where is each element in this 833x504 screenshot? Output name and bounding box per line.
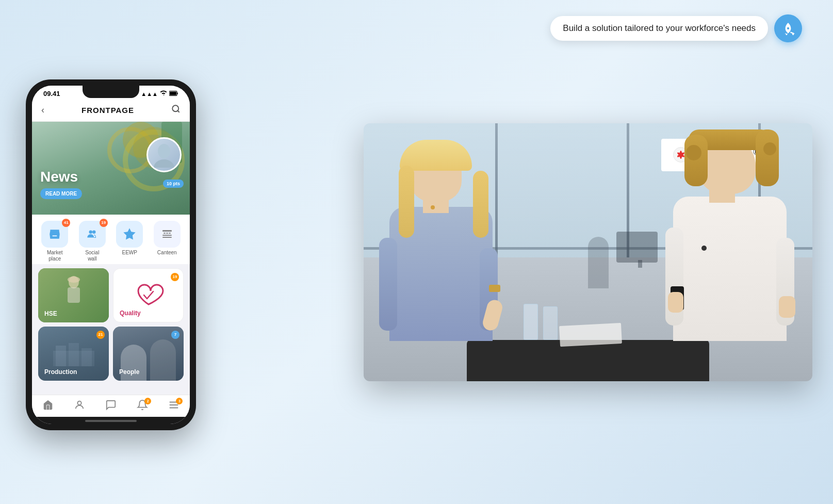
hero-news-title: News xyxy=(40,169,82,185)
eewp-icon-wrap xyxy=(116,221,143,248)
socialwall-label: Socialwall xyxy=(85,250,99,262)
tile-hse[interactable]: HSE xyxy=(38,268,109,322)
nav-chat[interactable] xyxy=(105,399,117,411)
person-right-body xyxy=(673,197,787,341)
canteen-icon-wrap xyxy=(154,221,181,248)
svg-rect-12 xyxy=(169,233,171,234)
tile-production[interactable]: 21 Production xyxy=(38,327,109,381)
profile-avatar[interactable] xyxy=(146,137,182,172)
search-button[interactable] xyxy=(171,104,181,116)
video-scene: relesys® xyxy=(364,123,812,381)
hero-text: News READ MORE xyxy=(40,169,82,199)
phone-mockup: 09.41 ▲▲▲ ‹ FRONTPAGE xyxy=(26,79,196,430)
quick-links-row: 41 Marketplace 19 Socialwall xyxy=(32,215,190,264)
quality-heart-icon xyxy=(133,280,164,311)
people-label: People xyxy=(119,368,139,376)
nav-notifications[interactable]: 2 xyxy=(137,399,148,411)
wifi-icon xyxy=(160,90,167,98)
video-panel[interactable]: relesys® xyxy=(364,123,812,381)
production-badge: 21 xyxy=(96,331,105,339)
person-left xyxy=(379,155,503,341)
svg-point-22 xyxy=(77,401,81,404)
person-icon xyxy=(74,399,85,411)
canteen-label: Canteen xyxy=(157,250,177,256)
person-left-hair-right xyxy=(473,171,488,238)
quality-badge: 19 xyxy=(171,273,179,281)
tiles-grid: HSE 19 Quality xyxy=(32,264,190,385)
scene-table xyxy=(467,340,709,381)
read-more-button[interactable]: READ MORE xyxy=(40,188,82,199)
svg-rect-13 xyxy=(162,235,172,236)
quick-link-eewp[interactable]: EEWP xyxy=(113,221,146,262)
tile-quality[interactable]: 19 Quality xyxy=(113,268,184,322)
svg-rect-1 xyxy=(170,91,176,95)
necklace xyxy=(431,205,435,209)
home-bar-indicator xyxy=(85,420,137,422)
svg-rect-14 xyxy=(162,237,172,238)
person-left-hair-top xyxy=(400,140,472,171)
person-right-hair-right xyxy=(756,129,779,186)
social-wall-icon xyxy=(85,227,100,241)
marketplace-label: Marketplace xyxy=(47,250,63,262)
socialwall-icon-wrap: 19 xyxy=(79,221,106,248)
svg-point-17 xyxy=(68,277,80,283)
marketplace-badge: 41 xyxy=(62,219,70,227)
notifications-badge: 2 xyxy=(144,398,151,404)
status-time: 09.41 xyxy=(43,90,60,97)
page-title: FRONTPAGE xyxy=(81,106,134,115)
svg-rect-2 xyxy=(177,92,178,94)
tile-people[interactable]: 7 People xyxy=(113,327,184,381)
hero-news-banner[interactable]: 10 pts News READ MORE xyxy=(32,122,190,215)
nav-profile[interactable] xyxy=(74,399,85,411)
cta-button[interactable] xyxy=(774,14,802,42)
papers xyxy=(559,322,622,346)
svg-point-8 xyxy=(92,230,96,234)
watch xyxy=(489,285,500,292)
rocket-icon xyxy=(781,22,795,35)
microphone xyxy=(701,246,707,251)
bg-monitor-stand xyxy=(638,260,642,268)
cta-container: Build a solution tailored to your workfo… xyxy=(550,14,802,42)
socialwall-badge: 19 xyxy=(100,219,108,227)
person-right-hand-left xyxy=(668,292,683,313)
glass-1 xyxy=(524,304,538,340)
person-right-hair-left xyxy=(684,135,708,186)
curl-2 xyxy=(763,142,776,155)
svg-rect-11 xyxy=(166,233,168,234)
phone-frame: 09.41 ▲▲▲ ‹ FRONTPAGE xyxy=(26,79,196,430)
person-left-hair-left xyxy=(399,166,414,238)
hse-label: HSE xyxy=(44,310,57,317)
avatar-icon xyxy=(154,142,174,168)
svg-point-7 xyxy=(89,230,92,234)
svg-rect-16 xyxy=(68,287,80,303)
home-bar xyxy=(32,417,190,424)
svg-rect-10 xyxy=(164,233,166,234)
person-right xyxy=(663,145,797,341)
svg-point-5 xyxy=(158,144,170,158)
home-icon xyxy=(42,399,54,411)
quick-link-socialwall[interactable]: 19 Socialwall xyxy=(76,221,109,262)
status-icons: ▲▲▲ xyxy=(141,90,178,98)
worker-figure-2 xyxy=(150,339,176,381)
svg-point-3 xyxy=(172,105,178,111)
phone-notch xyxy=(83,86,139,98)
person-right-hand-right xyxy=(779,296,795,318)
people-badge: 7 xyxy=(171,331,179,339)
quick-link-marketplace[interactable]: 41 Marketplace xyxy=(38,221,72,262)
bg-worker xyxy=(588,237,609,288)
person-left-arm-left xyxy=(379,238,397,331)
canteen-icon xyxy=(160,228,174,240)
back-button[interactable]: ‹ xyxy=(41,105,44,116)
cta-text: Build a solution tailored to your workfo… xyxy=(550,16,768,41)
glass-2 xyxy=(543,306,558,340)
svg-rect-9 xyxy=(162,230,172,232)
svg-point-6 xyxy=(154,159,174,168)
nav-menu[interactable]: 3 xyxy=(168,399,179,411)
eewp-label: EEWP xyxy=(122,250,137,256)
nav-home[interactable] xyxy=(42,399,54,411)
quick-link-canteen[interactable]: Canteen xyxy=(151,221,184,262)
battery-icon xyxy=(169,90,178,97)
menu-badge: 3 xyxy=(176,398,183,404)
curl-1 xyxy=(686,145,701,160)
chat-icon xyxy=(105,399,117,411)
